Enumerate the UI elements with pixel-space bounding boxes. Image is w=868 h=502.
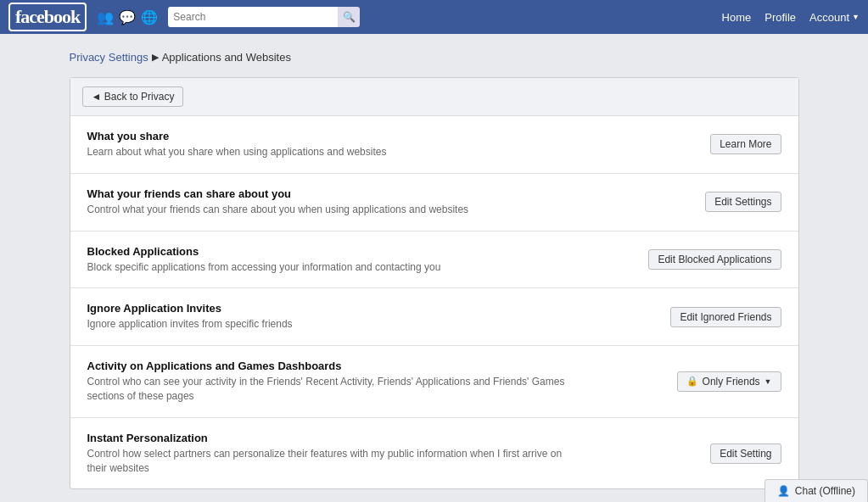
setting-title: What your friends can share about you [87, 187, 580, 200]
setting-right: Learn More [710, 134, 781, 154]
setting-desc: Block specific applications from accessi… [87, 260, 580, 275]
setting-desc: Control how select partners can personal… [87, 447, 580, 476]
search-button[interactable]: 🔍 [338, 7, 360, 27]
notifications-icon[interactable]: 🌐 [141, 9, 158, 25]
setting-title: Blocked Applications [87, 245, 580, 258]
main-content: Privacy Settings ▶ Applications and Webs… [53, 51, 816, 502]
breadcrumb-privacy-link[interactable]: Privacy Settings [70, 51, 148, 64]
facebook-logo: facebook [8, 3, 87, 31]
setting-row-what-you-share: What you share Learn about what you shar… [70, 116, 798, 174]
account-arrow-icon: ▼ [852, 13, 860, 21]
home-link[interactable]: Home [722, 11, 752, 24]
edit-settings-button[interactable]: Edit Settings [705, 192, 781, 212]
setting-title: Instant Personalization [87, 432, 580, 444]
settings-card: ◄ Back to Privacy What you share Learn a… [70, 77, 799, 489]
setting-left: Ignore Application Invites Ignore applic… [87, 302, 580, 332]
setting-left: Activity on Applications and Games Dashb… [87, 360, 580, 404]
only-friends-dropdown[interactable]: 🔒 Only Friends ▼ [677, 371, 781, 392]
setting-title: Ignore Application Invites [87, 302, 580, 315]
edit-ignored-friends-button[interactable]: Edit Ignored Friends [670, 307, 781, 327]
setting-left: Instant Personalization Control how sele… [87, 432, 580, 476]
search-input[interactable] [168, 7, 338, 27]
chat-bar[interactable]: 👤 Chat (Offline) [764, 479, 868, 502]
profile-link[interactable]: Profile [764, 11, 796, 24]
learn-more-button[interactable]: Learn More [710, 134, 781, 154]
edit-blocked-applications-button[interactable]: Edit Blocked Applications [648, 249, 781, 270]
setting-left: What your friends can share about you Co… [87, 187, 580, 217]
setting-left: What you share Learn about what you shar… [87, 130, 580, 159]
setting-row-instant-personalization: Instant Personalization Control how sele… [70, 418, 798, 489]
back-to-privacy-button[interactable]: ◄ Back to Privacy [82, 86, 184, 107]
setting-right: Edit Setting [710, 443, 781, 464]
back-row: ◄ Back to Privacy [70, 78, 798, 116]
settings-rows: What you share Learn about what you shar… [70, 116, 798, 488]
breadcrumb-current: Applications and Websites [162, 51, 291, 64]
setting-title: What you share [87, 130, 580, 142]
messages-icon[interactable]: 💬 [119, 9, 136, 25]
setting-desc: Control what your friends can share abou… [87, 203, 580, 217]
setting-right: Edit Settings [705, 192, 781, 212]
setting-title: Activity on Applications and Games Dashb… [87, 360, 580, 372]
search-box: 🔍 [168, 7, 360, 27]
setting-desc: Ignore application invites from specific… [87, 317, 580, 332]
breadcrumb: Privacy Settings ▶ Applications and Webs… [70, 51, 799, 64]
breadcrumb-separator: ▶ [152, 52, 159, 63]
setting-row-activity: Activity on Applications and Games Dashb… [70, 346, 798, 418]
setting-desc: Learn about what you share when using ap… [87, 145, 580, 159]
chat-user-icon: 👤 [777, 485, 790, 497]
only-friends-label: Only Friends [703, 376, 760, 388]
setting-right: Edit Ignored Friends [670, 307, 781, 327]
chat-label: Chat (Offline) [795, 485, 855, 497]
lock-icon: 🔒 [686, 376, 698, 387]
nav-icons: 👥 💬 🌐 [97, 9, 158, 25]
account-label: Account [809, 11, 849, 24]
setting-left: Blocked Applications Block specific appl… [87, 245, 580, 275]
topbar: facebook 👥 💬 🌐 🔍 Home Profile Account ▼ [0, 0, 868, 34]
edit-setting-button[interactable]: Edit Setting [710, 443, 781, 464]
setting-right: Edit Blocked Applications [648, 249, 781, 270]
setting-right: 🔒 Only Friends ▼ [677, 371, 781, 392]
setting-row-blocked-apps: Blocked Applications Block specific appl… [70, 231, 798, 289]
setting-row-friends-share: What your friends can share about you Co… [70, 174, 798, 231]
setting-desc: Control who can see your activity in the… [87, 375, 580, 404]
dropdown-arrow-icon: ▼ [764, 377, 772, 386]
account-menu[interactable]: Account ▼ [809, 11, 860, 24]
nav-right: Home Profile Account ▼ [722, 11, 860, 24]
friends-icon[interactable]: 👥 [97, 9, 114, 25]
setting-row-ignore-invites: Ignore Application Invites Ignore applic… [70, 288, 798, 346]
